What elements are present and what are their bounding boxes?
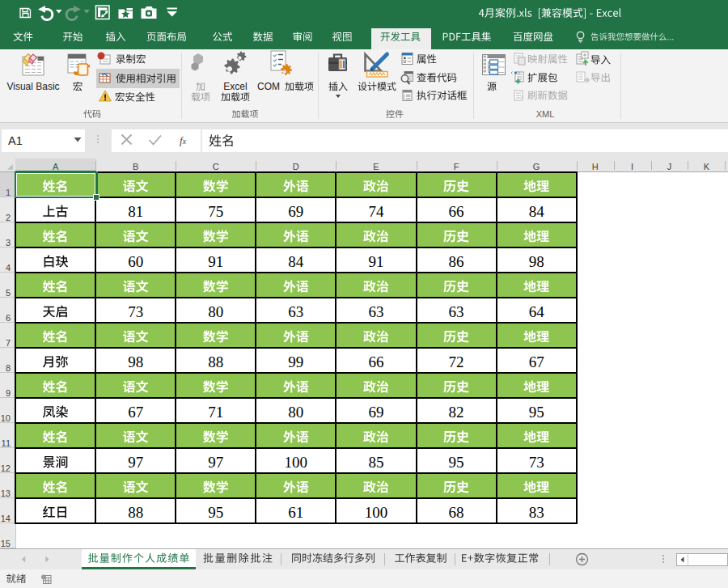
svg-text:!: ! <box>521 94 523 102</box>
